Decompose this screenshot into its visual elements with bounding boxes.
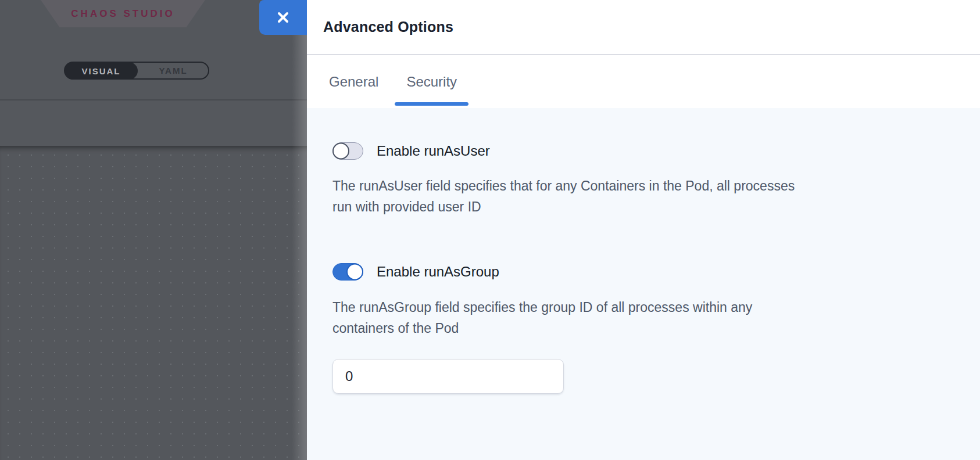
- toggle-knob: [346, 264, 363, 281]
- workflow-canvas: [0, 146, 307, 460]
- run-as-group-row: Enable runAsGroup: [332, 263, 499, 281]
- tab-general-label: General: [329, 74, 378, 90]
- tab-security[interactable]: Security: [395, 55, 468, 108]
- yaml-tab[interactable]: YAML: [138, 63, 208, 78]
- runasgroup-value-input[interactable]: [332, 359, 564, 394]
- enable-runasgroup-label: Enable runAsGroup: [377, 264, 499, 280]
- active-tab-underline: [395, 102, 468, 106]
- run-as-user-row: Enable runAsUser: [332, 142, 490, 160]
- drawer-title: Advanced Options: [323, 19, 453, 35]
- panel-edge-glow: [292, 0, 307, 460]
- security-tab-content: Enable runAsUser The runAsUser field spe…: [307, 108, 980, 460]
- enable-runasuser-label: Enable runAsUser: [377, 143, 490, 159]
- enable-runasuser-toggle[interactable]: [332, 142, 363, 160]
- enable-runasgroup-toggle[interactable]: [332, 263, 363, 281]
- screen: CHAOS STUDIO VISUAL YAML Advanced Option…: [0, 0, 980, 460]
- tab-security-label: Security: [406, 74, 457, 90]
- app-subbar: [0, 100, 307, 146]
- drawer-tabs: General Security: [307, 55, 980, 108]
- close-icon: [276, 10, 290, 24]
- visual-tab-label: VISUAL: [81, 66, 120, 76]
- close-drawer-button[interactable]: [259, 0, 307, 35]
- dimmed-app-backdrop: CHAOS STUDIO VISUAL YAML: [0, 0, 307, 460]
- toggle-knob: [332, 143, 349, 160]
- brand-title: CHAOS STUDIO: [71, 8, 174, 20]
- yaml-tab-label: YAML: [159, 66, 187, 76]
- visual-tab[interactable]: VISUAL: [65, 62, 138, 80]
- runasgroup-description: The runAsGroup field specifies the group…: [332, 297, 949, 339]
- advanced-options-drawer: Advanced Options General Security Enable…: [307, 0, 980, 460]
- brand-banner: CHAOS STUDIO: [41, 0, 205, 27]
- drawer-header: Advanced Options: [307, 0, 980, 55]
- runasuser-description: The runAsUser field specifies that for a…: [332, 175, 949, 217]
- visual-yaml-toggle[interactable]: VISUAL YAML: [64, 62, 209, 80]
- tab-general[interactable]: General: [317, 55, 390, 108]
